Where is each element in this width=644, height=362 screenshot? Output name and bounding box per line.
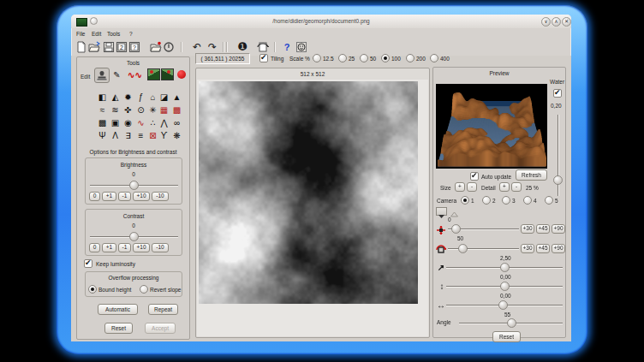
tiling-checkbox[interactable] bbox=[259, 54, 268, 62]
contrast-minus10-button[interactable]: -10 bbox=[152, 243, 169, 252]
tool-icon[interactable]: ϒ bbox=[158, 130, 170, 141]
rotate-down-button[interactable] bbox=[436, 207, 447, 216]
scale-100-radio[interactable] bbox=[381, 54, 390, 62]
canvas-viewport[interactable] bbox=[197, 80, 428, 336]
rotate-up-button[interactable] bbox=[449, 207, 460, 216]
water-slider[interactable] bbox=[553, 115, 563, 196]
tool-icon[interactable]: ƒ bbox=[135, 92, 146, 103]
camera-5-radio[interactable] bbox=[545, 196, 553, 205]
scale-25-radio[interactable] bbox=[338, 54, 347, 62]
size-minus-button[interactable]: - bbox=[467, 182, 477, 192]
water-checkbox[interactable] bbox=[553, 89, 562, 98]
quit-button[interactable] bbox=[163, 41, 175, 53]
brightness-minus1-button[interactable]: -1 bbox=[118, 192, 131, 201]
roty-plus30-button[interactable]: +30 bbox=[521, 244, 534, 253]
menu-file[interactable]: File bbox=[76, 31, 85, 37]
repeat-button[interactable]: Repeat bbox=[148, 304, 178, 315]
scale-12.5-radio[interactable] bbox=[313, 54, 321, 62]
scale-400-radio[interactable] bbox=[430, 54, 438, 62]
tool-icon[interactable]: ∃ bbox=[122, 130, 134, 141]
menu-edit[interactable]: Edit bbox=[92, 31, 101, 37]
tool-icon[interactable]: ◭ bbox=[110, 92, 121, 103]
tool-icon[interactable]: ⋀ bbox=[158, 117, 170, 128]
tool-icon[interactable]: ⊠ bbox=[147, 130, 158, 141]
save-button[interactable] bbox=[103, 41, 115, 53]
roty-plus45-button[interactable]: +45 bbox=[536, 244, 550, 253]
contrast-0-button[interactable]: 0 bbox=[89, 243, 100, 252]
pencil-tool-button[interactable]: ✎ bbox=[111, 69, 122, 80]
maximize-button[interactable]: ∧ bbox=[552, 17, 561, 27]
contrast-minus1-button[interactable]: -1 bbox=[118, 243, 131, 252]
minimize-button[interactable]: ∨ bbox=[541, 17, 551, 27]
refresh-view-button[interactable] bbox=[257, 41, 269, 53]
close-button[interactable]: ✕ bbox=[562, 17, 571, 27]
fourier-tool-button[interactable]: ∿∿ bbox=[128, 69, 140, 80]
tool-icon[interactable]: ⊙ bbox=[135, 104, 146, 116]
pan-vertical-slider[interactable] bbox=[446, 282, 563, 291]
revert-slope-radio[interactable] bbox=[140, 285, 148, 294]
brightness-0-button[interactable]: 0 bbox=[89, 192, 100, 201]
brightness-slider[interactable] bbox=[90, 181, 178, 190]
tool-icon[interactable]: ∿ bbox=[135, 117, 146, 128]
contrast-plus1-button[interactable]: +1 bbox=[102, 243, 116, 252]
roty-plus90-button[interactable]: +90 bbox=[552, 244, 565, 253]
tool-icon[interactable]: Λ bbox=[110, 130, 121, 141]
terrain-thumb-1[interactable] bbox=[147, 68, 160, 80]
auto-update-checkbox[interactable] bbox=[470, 172, 479, 181]
tool-icon[interactable]: ≋ bbox=[110, 104, 121, 116]
tool-icon[interactable]: ≡ bbox=[135, 130, 146, 141]
stamp-tool-button[interactable] bbox=[94, 68, 110, 83]
contrast-plus10-button[interactable]: +10 bbox=[133, 243, 150, 252]
tool-icon[interactable]: ✳ bbox=[147, 104, 158, 116]
automatic-button[interactable]: Automatic bbox=[98, 304, 138, 315]
refresh-button[interactable]: Refresh bbox=[516, 169, 547, 181]
keep-luminosity-checkbox[interactable] bbox=[84, 259, 92, 268]
accept-button[interactable]: Accept bbox=[145, 323, 176, 334]
preview-reset-button[interactable]: Reset bbox=[492, 331, 521, 342]
new-document-button[interactable] bbox=[75, 41, 87, 53]
tool-icon[interactable]: ❋ bbox=[171, 130, 182, 141]
redo-button[interactable]: ↷ bbox=[206, 41, 218, 53]
tool-icon[interactable]: ◧ bbox=[97, 92, 108, 103]
undo-button[interactable]: ↶ bbox=[191, 41, 203, 53]
reset-button[interactable]: Reset bbox=[104, 323, 133, 334]
tool-icon[interactable]: ◪ bbox=[158, 92, 170, 103]
tool-icon[interactable]: ∞ bbox=[171, 117, 182, 128]
bound-height-radio[interactable] bbox=[88, 285, 97, 294]
rotation-x-slider[interactable] bbox=[448, 224, 519, 234]
brightness-minus10-button[interactable]: -10 bbox=[152, 192, 169, 201]
record-tool-button[interactable] bbox=[177, 70, 186, 79]
zoom-slider[interactable] bbox=[446, 263, 563, 272]
tool-icon[interactable]: Ψ bbox=[97, 130, 108, 141]
scale-200-radio[interactable] bbox=[406, 54, 414, 62]
tool-icon[interactable]: ▦ bbox=[158, 104, 170, 116]
tool-icon[interactable]: ⌂ bbox=[147, 92, 158, 103]
contrast-slider[interactable] bbox=[90, 232, 178, 241]
tool-icon[interactable]: ◉ bbox=[122, 117, 134, 128]
scale-50-radio[interactable] bbox=[360, 54, 368, 62]
tool-icon[interactable]: ≈ bbox=[97, 104, 108, 116]
preview-3d-canvas[interactable] bbox=[436, 84, 547, 169]
detail-plus-button[interactable]: + bbox=[499, 182, 510, 192]
terrain-thumb-2[interactable] bbox=[161, 68, 174, 80]
save-with-options-button[interactable]: ? bbox=[128, 41, 140, 53]
tool-icon[interactable]: ▩ bbox=[97, 117, 108, 128]
tool-icon[interactable]: ▲ bbox=[171, 92, 182, 103]
camera-3-radio[interactable] bbox=[502, 196, 510, 205]
pan-horizontal-slider[interactable] bbox=[446, 300, 563, 310]
tool-icon[interactable]: ✹ bbox=[122, 92, 134, 103]
angle-slider[interactable] bbox=[459, 318, 563, 328]
detail-minus-button[interactable]: - bbox=[511, 182, 522, 192]
rotx-plus45-button[interactable]: +45 bbox=[536, 224, 550, 234]
tool-icon[interactable]: ▩ bbox=[171, 104, 182, 116]
rotx-plus30-button[interactable]: +30 bbox=[521, 224, 534, 234]
tool-icon[interactable]: ▣ bbox=[110, 117, 121, 128]
rotx-plus90-button[interactable]: +90 bbox=[552, 224, 565, 234]
tool-icon[interactable]: ✜ bbox=[122, 104, 134, 116]
titlebar[interactable]: /home/didier/geomorph/document0.png ∨ ∧ … bbox=[71, 15, 571, 28]
menu-tools[interactable]: Tools bbox=[107, 31, 120, 37]
document-stats-button[interactable]: ❶ bbox=[236, 41, 248, 53]
brightness-plus1-button[interactable]: +1 bbox=[102, 192, 116, 201]
camera-1-radio[interactable] bbox=[461, 196, 469, 205]
camera-2-radio[interactable] bbox=[482, 196, 491, 205]
